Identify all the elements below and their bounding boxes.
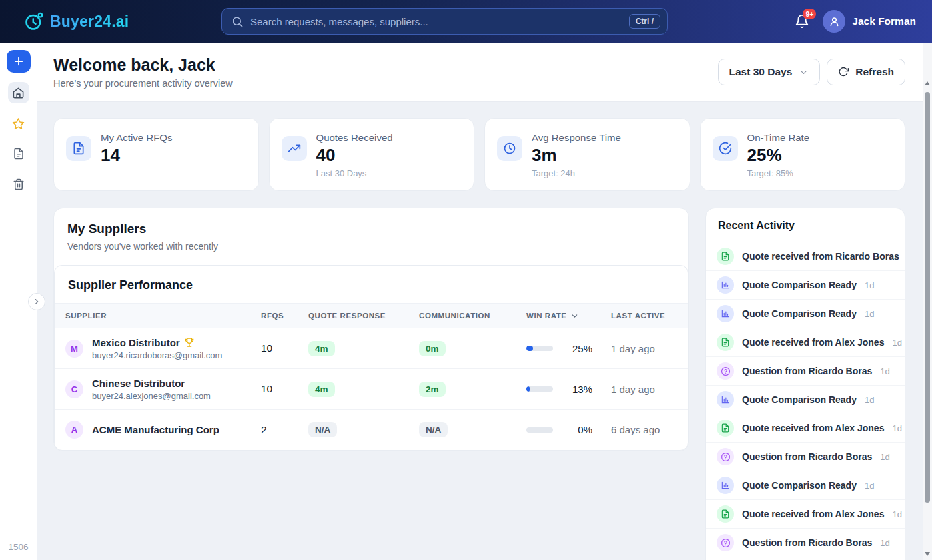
scrollbar-up-arrow[interactable] [925,81,930,85]
stat-subtitle: Target: 85% [747,168,810,178]
communication-pill: 0m [419,341,446,356]
page-header: Welcome back, Jack Here's your procureme… [37,43,923,102]
brand-name: Buyer24.ai [50,13,129,31]
recent-activity-card: Recent Activity Quote received from Rica… [705,208,905,560]
last-active-value: 1 day ago [611,343,688,354]
stats-row: My Active RFQs 14 Quotes Received 40 Las… [53,118,905,191]
supplier-name: ACME Manufacturing Corp [92,424,219,435]
search-input[interactable] [250,16,622,27]
chevron-down-icon [799,67,809,77]
column-quote-response: QUOTE RESPONSE [308,312,419,320]
column-win-rate-sort[interactable]: WIN RATE [526,312,611,320]
win-rate-bar [526,346,553,351]
stat-subtitle: Target: 24h [532,168,621,178]
trend-up-icon [282,136,307,161]
column-rfqs: RFQS [261,312,308,320]
recent-activity-title: Recent Activity [706,208,905,242]
bar-chart-icon [717,276,734,294]
win-rate-value: 25% [553,343,611,354]
keyboard-shortcut-hint: Ctrl / [629,14,660,29]
activity-item[interactable]: Quote Comparison Ready 1d [706,471,905,500]
home-icon [12,87,25,99]
date-range-dropdown[interactable]: Last 30 Days [718,59,821,85]
activity-item[interactable]: Quote Comparison Ready 1d [706,271,905,300]
stat-card-quotes-received: Quotes Received 40 Last 30 Days [269,118,475,191]
win-rate-value: 13% [553,384,611,395]
activity-item[interactable]: Quote received from Alex Jones 1d [706,328,905,357]
page-subtitle: Here's your procurement activity overvie… [53,78,233,89]
notifications-button[interactable]: 9+ [795,14,809,29]
last-active-value: 6 days ago [611,424,688,435]
bar-chart-icon [717,305,734,322]
supplier-avatar: A [65,421,83,439]
supplier-email: buyer24.ricardoboras@gmail.com [92,350,222,360]
activity-item[interactable]: Question from Ricardo Boras 1d [706,357,905,386]
brand-logo[interactable]: Buyer24.ai [24,11,129,31]
stat-label: On-Time Rate [747,132,810,143]
bar-chart-icon [717,391,734,408]
refresh-icon [838,67,849,77]
page-title: Welcome back, Jack [53,55,233,75]
stat-value: 14 [101,145,173,166]
document-icon [13,148,25,160]
add-new-button[interactable] [7,50,31,73]
global-search[interactable]: Ctrl / [221,8,668,35]
supplier-row-acme-manufacturing[interactable]: A ACME Manufacturing Corp 2 N/A N/A [55,410,688,450]
quote-document-icon [717,505,734,523]
quote-response-pill: 4m [308,382,335,397]
sidebar-expand-button[interactable] [28,293,45,310]
sidebar-item-trash[interactable] [8,174,29,195]
page-scrollbar[interactable] [923,43,932,560]
user-menu[interactable]: Jack Forman [823,10,916,33]
win-rate-bar [526,427,553,433]
scrollbar-thumb[interactable] [925,92,930,503]
sidebar-item-home[interactable] [8,82,29,103]
last-active-value: 1 day ago [611,384,688,395]
trophy-icon [184,337,195,348]
sidebar-item-documents[interactable] [8,143,29,164]
supplier-row-mexico-distributor[interactable]: M Mexico Distributor buyer24.ricardobora… [55,328,688,369]
sidebar-counter: 1506 [0,542,37,552]
communication-pill: 2m [419,382,446,397]
table-header: SUPPLIER RFQS QUOTE RESPONSE COMMUNICATI… [55,303,688,328]
stat-card-avg-response: Avg Response Time 3m Target: 24h [484,118,690,191]
clock-icon [497,136,522,161]
stat-card-active-rfqs: My Active RFQs 14 [53,118,259,191]
chevron-right-icon [32,297,41,306]
activity-item[interactable]: Quote received from Ricardo Boras 1d [706,242,905,271]
supplier-email: buyer24.alexjones@gmail.com [92,391,211,401]
rfqs-value: 10 [261,383,308,395]
suppliers-subtitle: Vendors you've worked with recently [67,241,675,252]
activity-item[interactable]: Quote Comparison Ready 1d [706,386,905,414]
quote-document-icon [717,248,734,265]
top-navbar: Buyer24.ai Ctrl / 9+ Jack Forman [0,0,932,43]
document-icon [66,136,91,161]
refresh-button[interactable]: Refresh [827,59,905,85]
rfqs-value: 2 [261,424,308,436]
activity-item[interactable]: Question from Ricardo Boras 1d [706,443,905,471]
stat-label: Avg Response Time [532,132,621,143]
activity-item[interactable]: Quote received from Alex Jones 1d [706,414,905,443]
question-icon [717,448,734,465]
sidebar-item-favorites[interactable] [8,113,29,134]
trash-icon [13,178,25,190]
avatar [823,10,845,33]
activity-item[interactable]: Question from Ricardo Boras 1d [706,557,905,560]
win-rate-bar [526,386,553,392]
supplier-performance-title: Supplier Performance [55,266,688,303]
activity-item[interactable]: Quote received from Alex Jones 1d [706,500,905,529]
stat-value: 25% [747,145,810,166]
rfqs-value: 10 [261,342,308,354]
scrollbar-down-arrow[interactable] [925,552,930,556]
supplier-name: Mexico Distributor [92,337,180,348]
activity-item[interactable]: Question from Ricardo Boras 1d [706,529,905,557]
activity-item[interactable]: Quote Comparison Ready 1d [706,300,905,328]
stat-card-on-time-rate: On-Time Rate 25% Target: 85% [700,118,906,191]
stat-value: 40 [316,145,393,166]
supplier-name: Chinese Distributor [92,378,185,389]
notification-badge: 9+ [803,9,816,19]
supplier-row-chinese-distributor[interactable]: C Chinese Distributor buyer24.alexjones@… [55,369,688,410]
user-name: Jack Forman [852,15,916,27]
question-icon [717,534,734,551]
question-icon [717,362,734,380]
